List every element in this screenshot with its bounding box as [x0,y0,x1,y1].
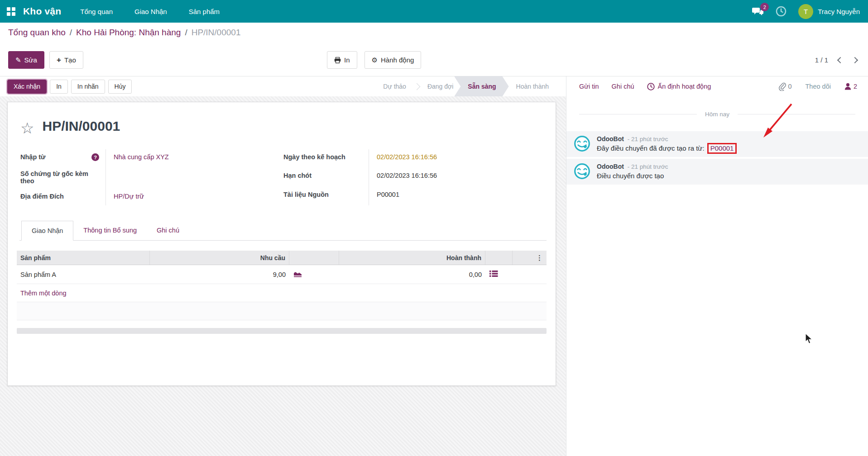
followers-button[interactable]: 2 [844,83,857,90]
pager-value: 1 / 1 [815,56,828,64]
pager-next-icon[interactable] [852,57,858,63]
log-note-button[interactable]: Ghi chú [612,83,634,90]
plus-icon: + [57,56,61,65]
cancel-button[interactable]: Hủy [108,80,132,94]
date-divider: Hôm nay [579,111,855,118]
send-message-button[interactable]: Gửi tin [579,83,599,90]
print-button[interactable]: In [327,51,357,69]
deadline-value[interactable]: 02/02/2023 16:16:56 [369,168,547,186]
stage-ready-active[interactable]: Sẵn sàng [454,76,508,96]
stage-draft[interactable]: Dự thảo [376,76,413,96]
clock-icon [776,6,786,17]
stage-done[interactable]: Hoàn thành [509,76,556,96]
menu-overview[interactable]: Tổng quan [80,8,113,15]
table-row[interactable]: Sản phẩm A 9,00 0,00 [17,265,547,284]
source-transfer-link[interactable]: P00001 [707,143,737,154]
attachments-button[interactable]: 0 [778,82,791,91]
workspace: Xác nhận In In nhãn Hủy Dự thảo Đang đợi… [0,76,868,456]
top-navbar: Kho vận Tổng quan Giao Nhận Sản phẩm 2 T… [0,0,868,23]
breadcrumb-overview[interactable]: Tổng quan kho [8,28,66,38]
notebook-tabs: Giao Nhận Thông tin Bổ sung Ghi chú [19,221,547,241]
activities-button[interactable] [776,6,786,17]
origin-value[interactable] [106,166,283,189]
cell-demand[interactable]: 9,00 [150,271,289,278]
messages-button[interactable]: 2 [752,7,764,16]
chatter-panel: Gửi tin Ghi chú Ấn định hoạt động 0 Theo… [566,76,868,456]
destination-label: Địa điểm Đích [20,189,106,205]
header-product[interactable]: Sản phẩm [17,251,150,265]
print-label-button[interactable]: In nhãn [71,80,105,94]
paperclip-icon [778,82,786,91]
odoobot-avatar [574,163,590,180]
validate-button[interactable]: Xác nhận [7,80,47,94]
attachments-count: 0 [788,83,791,90]
origin-label: Số chứng từ gốc kèm theo [20,166,106,189]
chatter-toolbar: Gửi tin Ghi chú Ấn định hoạt động 0 Theo… [566,76,868,96]
message-author[interactable]: OdooBot [597,163,624,170]
tab-additional-info[interactable]: Thông tin Bổ sung [73,221,147,240]
source-document-value[interactable]: P00001 [369,187,547,205]
breadcrumb-operation[interactable]: Kho Hải Phòng: Nhận hàng [76,28,181,38]
optional-columns-icon[interactable]: ⋮ [536,254,543,262]
partner-value[interactable]: Nhà cung cấp XYZ [106,149,283,166]
horizontal-scrollbar[interactable] [17,328,547,334]
activity-clock-icon [647,83,655,90]
print-picking-button[interactable]: In [50,80,68,94]
table-header-row: Sản phẩm Nhu cầu Hoàn thành ⋮ [17,251,547,265]
pager-previous-icon[interactable] [837,57,844,63]
menu-transfers[interactable]: Giao Nhận [134,8,167,15]
destination-value[interactable]: HP/Dự trữ [106,189,283,205]
message-author[interactable]: OdooBot [597,135,624,142]
deadline-label: Hạn chót [283,168,369,186]
breadcrumb-separator: / [70,28,72,38]
chatter-message: OdooBot - 21 phút trước Điều chuyển được… [566,159,868,185]
messages-count-badge: 2 [760,3,769,11]
date-divider-label: Hôm nay [705,111,729,118]
scheduled-date-value[interactable]: 02/02/2023 16:16:56 [369,149,547,168]
operations-table: Sản phẩm Nhu cầu Hoàn thành ⋮ Sản phẩm A… [17,251,547,320]
empty-table-row [17,302,547,320]
field-column-left: Nhập từ ? Nhà cung cấp XYZ Số chứng từ g… [20,149,283,205]
breadcrumb: Tổng quan kho / Kho Hải Phòng: Nhận hàng… [8,28,240,38]
header-spacer [485,251,513,265]
breadcrumb-current: HP/IN/00001 [192,28,241,38]
form-sheet: ☆ HP/IN/00001 Nhập từ ? Nhà cung cấp XYZ… [7,102,556,386]
schedule-activity-button[interactable]: Ấn định hoạt động [647,83,711,90]
control-panel: Tổng quan kho / Kho Hải Phòng: Nhận hàng… [0,23,868,76]
action-menu-button[interactable]: ⚙ Hành động [364,51,422,69]
help-question-icon[interactable]: ? [91,153,99,161]
message-text: Đây điều chuyển đã được tạo ra từ: [597,144,705,152]
cell-product[interactable]: Sản phẩm A [17,271,150,278]
app-brand[interactable]: Kho vận [23,6,61,17]
pager: 1 / 1 [815,51,857,69]
edit-button[interactable]: ✎ Sửa [8,51,44,69]
followers-count: 2 [854,83,857,90]
user-menu[interactable]: T Tracy Nguyễn [798,4,860,19]
pencil-icon: ✎ [15,56,21,64]
create-button[interactable]: + Tạo [49,51,83,69]
header-demand[interactable]: Nhu cầu [150,251,289,265]
message-time: - 21 phút trước [628,136,668,142]
form-panel: Xác nhận In In nhãn Hủy Dự thảo Đang đợi… [0,76,566,456]
record-title: HP/IN/00001 [42,119,120,134]
gear-icon: ⚙ [372,56,378,64]
tab-note[interactable]: Ghi chú [147,221,189,240]
detailed-operations-list-icon[interactable] [489,270,498,277]
follow-button[interactable]: Theo dõi [805,83,830,90]
add-line-link[interactable]: Thêm một dòng [17,284,547,302]
menu-products[interactable]: Sản phẩm [189,8,220,15]
field-group: Nhập từ ? Nhà cung cấp XYZ Số chứng từ g… [20,149,547,205]
breadcrumb-separator: / [185,28,187,38]
edit-create-buttons: ✎ Sửa + Tạo [8,51,83,69]
sheet-background: ☆ HP/IN/00001 Nhập từ ? Nhà cung cấp XYZ… [0,96,566,456]
favorite-star-icon[interactable]: ☆ [20,120,34,136]
source-document-label: Tài liệu Nguồn [283,187,369,205]
field-column-right: Ngày theo kế hoạch 02/02/2023 16:16:56 H… [283,149,547,205]
apps-menu-icon[interactable] [7,7,15,16]
stage-waiting[interactable]: Đang đợi [420,76,460,96]
cell-done[interactable]: 0,00 [339,271,485,278]
tab-operations[interactable]: Giao Nhận [21,221,73,241]
stage-pipeline: Dự thảo Đang đợi Sẵn sàng Hoàn thành [376,76,556,96]
header-done[interactable]: Hoàn thành [339,251,485,265]
forecast-chart-icon[interactable] [293,270,302,278]
